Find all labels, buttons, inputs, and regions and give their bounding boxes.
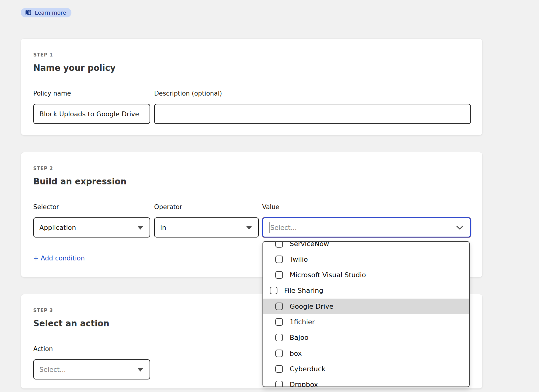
option-group-file-sharing[interactable]: File Sharing: [263, 283, 469, 298]
step1-eyebrow: STEP 1: [33, 52, 53, 58]
operator-value: in: [160, 224, 166, 231]
step3-eyebrow: STEP 3: [33, 308, 53, 313]
checkbox-icon[interactable]: [270, 287, 277, 294]
action-label: Action: [33, 345, 53, 353]
option-google-drive[interactable]: Google Drive: [263, 299, 469, 314]
description-label: Description (optional): [154, 90, 222, 97]
option-microsoft-visual-studio[interactable]: Microsoft Visual Studio: [263, 267, 469, 283]
checkbox-icon[interactable]: [275, 256, 283, 263]
value-label: Value: [262, 203, 279, 211]
learn-more-button[interactable]: Learn more: [21, 8, 71, 17]
value-options-listbox: ServiceNow Twilio Microsoft Visual Studi…: [262, 241, 470, 387]
description-input[interactable]: [154, 104, 471, 124]
dropdown-arrow-icon: [246, 226, 252, 230]
action-placeholder: Select...: [39, 366, 66, 373]
option-servicenow[interactable]: ServiceNow: [263, 241, 469, 252]
step1-title: Name your policy: [33, 63, 116, 73]
checkbox-icon[interactable]: [275, 303, 283, 310]
option-cyberduck[interactable]: Cyberduck: [263, 361, 469, 377]
action-dropdown[interactable]: Select...: [33, 359, 150, 379]
checkbox-icon[interactable]: [275, 334, 283, 341]
checkbox-icon[interactable]: [275, 241, 283, 248]
step2-title: Build an expression: [33, 176, 126, 186]
step1-card: STEP 1 Name your policy Policy name Desc…: [21, 38, 483, 135]
checkbox-icon[interactable]: [275, 381, 283, 387]
option-bajoo[interactable]: Bajoo: [263, 330, 469, 345]
value-select[interactable]: Select...: [262, 217, 471, 238]
option-list: ServiceNow Twilio Microsoft Visual Studi…: [263, 241, 469, 387]
book-icon: [25, 10, 31, 15]
step3-title: Select an action: [33, 318, 109, 328]
chevron-down-icon: [456, 225, 464, 230]
value-placeholder: Select...: [270, 224, 297, 231]
step2-eyebrow: STEP 2: [33, 166, 53, 171]
operator-label: Operator: [154, 203, 182, 211]
checkbox-icon[interactable]: [275, 365, 283, 373]
learn-more-label: Learn more: [35, 9, 66, 16]
option-1fichier[interactable]: 1fichier: [263, 314, 469, 330]
checkbox-icon[interactable]: [275, 350, 283, 357]
selector-dropdown[interactable]: Application: [33, 217, 150, 238]
add-condition-link[interactable]: + Add condition: [33, 255, 85, 262]
checkbox-icon[interactable]: [275, 271, 283, 279]
policy-name-input[interactable]: Block Uploads to Google Drive: [33, 104, 150, 124]
option-twilio[interactable]: Twilio: [263, 252, 469, 267]
policy-name-value: Block Uploads to Google Drive: [39, 110, 139, 118]
dropdown-arrow-icon: [137, 368, 143, 372]
operator-dropdown[interactable]: in: [154, 217, 259, 238]
policy-name-label: Policy name: [33, 90, 71, 97]
text-cursor: [269, 222, 270, 233]
option-dropbox[interactable]: Dropbox: [263, 377, 469, 387]
checkbox-icon[interactable]: [275, 318, 283, 326]
option-box[interactable]: box: [263, 345, 469, 361]
selector-value: Application: [39, 224, 76, 231]
dropdown-arrow-icon: [137, 226, 143, 230]
selector-label: Selector: [33, 203, 59, 211]
